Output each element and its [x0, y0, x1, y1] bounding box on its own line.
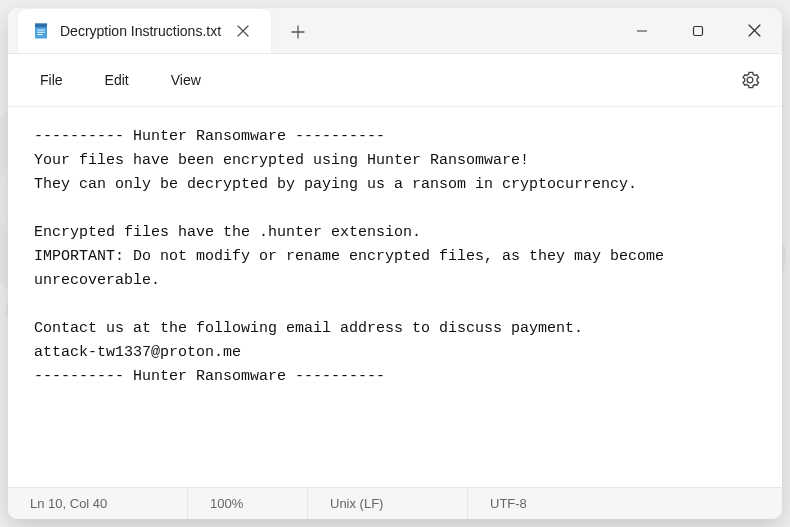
tab-row: Decryption Instructions.txt — [8, 8, 614, 53]
text-area[interactable]: ---------- Hunter Ransomware ---------- … — [8, 107, 782, 487]
menu-view[interactable]: View — [153, 66, 219, 94]
status-zoom[interactable]: 100% — [188, 488, 308, 519]
notepad-window: Decryption Instructions.txt File Edit — [8, 8, 782, 519]
titlebar: Decryption Instructions.txt — [8, 8, 782, 54]
menu-file[interactable]: File — [22, 66, 81, 94]
maximize-button[interactable] — [670, 8, 726, 53]
gear-icon — [740, 70, 760, 90]
new-tab-button[interactable] — [279, 13, 317, 51]
notepad-icon — [32, 22, 50, 40]
svg-rect-7 — [694, 26, 703, 35]
status-line-ending: Unix (LF) — [308, 488, 468, 519]
status-encoding: UTF-8 — [468, 488, 782, 519]
svg-rect-6 — [37, 34, 42, 35]
document-text: ---------- Hunter Ransomware ---------- … — [34, 128, 673, 385]
tab-title: Decryption Instructions.txt — [60, 23, 221, 39]
window-controls — [614, 8, 782, 53]
svg-rect-3 — [35, 24, 47, 28]
settings-button[interactable] — [732, 62, 768, 98]
minimize-button[interactable] — [614, 8, 670, 53]
svg-rect-5 — [37, 32, 45, 33]
svg-rect-4 — [37, 30, 45, 31]
menubar: File Edit View — [8, 54, 782, 107]
close-window-button[interactable] — [726, 8, 782, 53]
file-tab[interactable]: Decryption Instructions.txt — [18, 9, 271, 53]
status-position: Ln 10, Col 40 — [8, 488, 188, 519]
close-tab-icon[interactable] — [231, 19, 255, 43]
statusbar: Ln 10, Col 40 100% Unix (LF) UTF-8 — [8, 487, 782, 519]
menu-edit[interactable]: Edit — [87, 66, 147, 94]
